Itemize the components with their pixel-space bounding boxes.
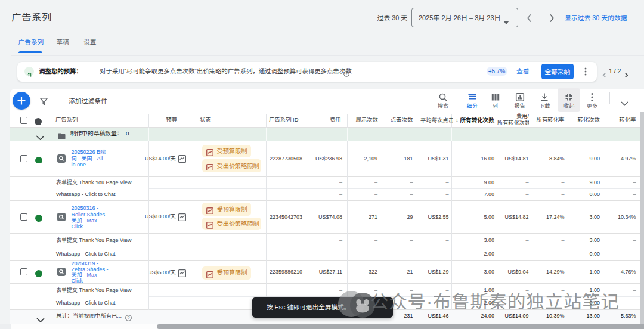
svg-text:?: ? bbox=[127, 316, 129, 320]
svg-text:?: ? bbox=[345, 72, 348, 76]
